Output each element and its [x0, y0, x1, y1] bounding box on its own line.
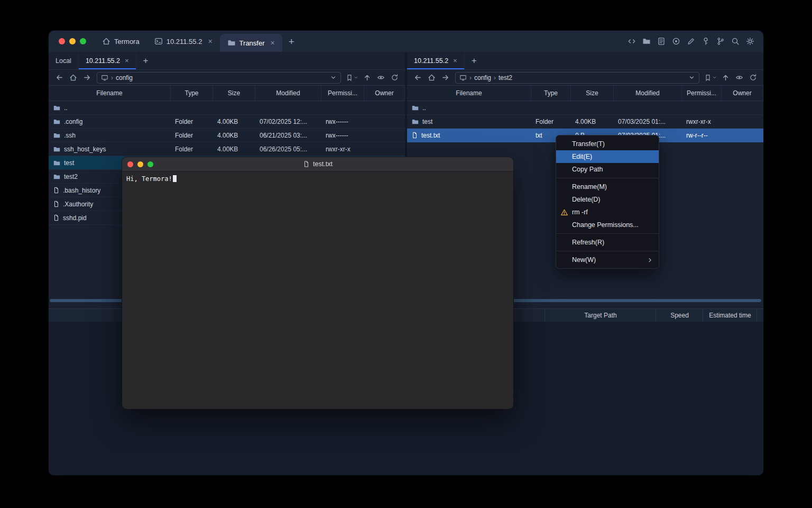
menu-item-rename[interactable]: Rename(M)	[556, 180, 659, 193]
warning-icon	[560, 208, 568, 216]
zoom-window-button[interactable]	[147, 161, 153, 167]
chevron-down-icon[interactable]	[330, 74, 337, 81]
breadcrumb-segment[interactable]: config	[116, 74, 133, 81]
tab-label: 10.211.55.2	[167, 38, 202, 46]
bookmark-button[interactable]	[703, 74, 718, 81]
menu-item-change-permissions[interactable]: Change Permissions...	[556, 219, 659, 231]
minimize-window-button[interactable]	[69, 38, 76, 44]
file-name: ..	[422, 104, 426, 112]
column-header-type[interactable]: Type	[171, 86, 213, 101]
column-header-modified[interactable]: Modified	[255, 86, 321, 101]
tab-transfer[interactable]: Transfer ×	[220, 34, 282, 52]
back-icon[interactable]	[53, 72, 66, 84]
tab-label: 10.211.55.2	[86, 57, 120, 65]
menu-item-rm-rf[interactable]: rm -rf	[556, 206, 659, 219]
show-hidden-icon[interactable]	[733, 72, 745, 84]
column-header-size[interactable]: Size	[213, 86, 255, 101]
key-icon[interactable]	[701, 37, 710, 46]
minimize-window-button[interactable]	[137, 161, 143, 167]
bookmark-button[interactable]	[345, 74, 359, 81]
menu-item-edit[interactable]: Edit(E)	[556, 150, 659, 163]
file-list-icon[interactable]	[657, 37, 666, 46]
column-header-size[interactable]: Size	[571, 86, 614, 101]
left-panel-tabs: Local 10.211.55.2 × +	[49, 52, 405, 70]
context-menu: Transfer(T) Edit(E) Copy Path Rename(M) …	[556, 135, 659, 269]
column-header-speed[interactable]: Speed	[656, 309, 703, 322]
editor-text: Hi, Termora!	[126, 175, 172, 183]
editor-content[interactable]: Hi, Termora!	[122, 171, 513, 186]
forward-icon[interactable]	[439, 72, 451, 84]
breadcrumb-segment[interactable]: config	[474, 74, 491, 81]
menu-item-refresh[interactable]: Refresh(R)	[556, 236, 659, 249]
file-name: .bash_history	[63, 187, 100, 194]
tab-host-left[interactable]: 10.211.55.2 ×	[79, 52, 136, 69]
column-header-permissions[interactable]: Permissi...	[321, 86, 364, 101]
home-icon[interactable]	[425, 72, 438, 84]
folder-icon	[53, 104, 61, 112]
menu-item-delete[interactable]: Delete(D)	[556, 193, 659, 206]
tab-termora[interactable]: Termora	[95, 31, 147, 52]
upload-icon[interactable]	[719, 72, 732, 84]
menu-separator	[556, 251, 659, 251]
folder-icon[interactable]	[642, 37, 651, 46]
table-row[interactable]: test Folder4.00KB 07/03/2025 01:...rwxr-…	[407, 115, 763, 129]
column-header-estimated-time[interactable]: Estimated time	[703, 309, 757, 322]
table-row[interactable]: ..	[407, 101, 763, 115]
column-header-owner[interactable]: Owner	[722, 86, 763, 101]
refresh-icon[interactable]	[388, 72, 401, 84]
new-panel-tab-button[interactable]: +	[465, 52, 484, 69]
settings-icon[interactable]	[745, 37, 755, 46]
tab-host[interactable]: 10.211.55.2 ×	[147, 31, 220, 52]
table-row[interactable]: .config Folder4.00KB 07/02/2025 12:...rw…	[49, 115, 405, 129]
breadcrumb-segment[interactable]: test2	[499, 74, 512, 81]
search-icon[interactable]	[731, 37, 740, 46]
upload-icon[interactable]	[361, 72, 373, 84]
column-header-permissions[interactable]: Permissi...	[682, 86, 722, 101]
chevron-down-icon	[354, 75, 358, 80]
tab-label: 10.211.55.2	[414, 57, 448, 65]
folder-icon	[53, 173, 61, 180]
column-header-target-path[interactable]: Target Path	[545, 309, 656, 322]
close-icon[interactable]: ×	[271, 39, 275, 47]
code-icon[interactable]	[627, 37, 636, 46]
back-icon[interactable]	[411, 72, 424, 84]
right-panel-tabs: 10.211.55.2 × +	[407, 52, 763, 70]
column-header-modified[interactable]: Modified	[614, 86, 682, 101]
path-combobox[interactable]: › config › test2	[455, 72, 699, 84]
close-icon[interactable]: ×	[125, 57, 129, 64]
chevron-down-icon[interactable]	[688, 74, 695, 81]
new-tab-button[interactable]: +	[282, 37, 301, 47]
column-header-owner[interactable]: Owner	[364, 86, 405, 101]
refresh-icon[interactable]	[746, 72, 759, 84]
tab-host-right[interactable]: 10.211.55.2 ×	[407, 52, 465, 69]
forward-icon[interactable]	[80, 72, 93, 84]
show-hidden-icon[interactable]	[374, 72, 387, 84]
column-header-filename[interactable]: Filename	[407, 86, 531, 101]
table-row[interactable]: ..	[49, 101, 405, 115]
folder-icon	[53, 118, 61, 125]
menu-item-new[interactable]: New(W)	[556, 253, 659, 266]
close-window-button[interactable]	[59, 38, 65, 44]
menu-separator	[556, 233, 659, 234]
column-header-type[interactable]: Type	[531, 86, 571, 101]
menu-item-transfer[interactable]: Transfer(T)	[556, 138, 659, 150]
tab-local[interactable]: Local	[49, 52, 79, 69]
home-icon	[102, 37, 110, 46]
titlebar: Termora 10.211.55.2 × Transfer × +	[49, 31, 763, 52]
close-window-button[interactable]	[127, 161, 133, 167]
menu-item-copy-path[interactable]: Copy Path	[556, 163, 659, 176]
home-icon[interactable]	[67, 72, 79, 84]
path-combobox[interactable]: › config	[97, 72, 341, 84]
folder-icon	[227, 39, 236, 47]
column-header-filename[interactable]: Filename	[49, 86, 171, 101]
table-row[interactable]: ssh_host_keys Folder4.00KB 06/26/2025 05…	[49, 142, 405, 156]
branch-icon[interactable]	[716, 37, 725, 46]
close-icon[interactable]: ×	[453, 57, 457, 64]
edit-icon[interactable]	[686, 37, 696, 46]
close-icon[interactable]: ×	[208, 38, 212, 45]
table-row[interactable]: .ssh Folder4.00KB 06/21/2025 03:...rwx--…	[49, 129, 405, 142]
zoom-window-button[interactable]	[80, 38, 86, 44]
file-icon	[53, 214, 60, 222]
new-panel-tab-button[interactable]: +	[136, 52, 155, 69]
record-icon[interactable]	[671, 37, 681, 46]
